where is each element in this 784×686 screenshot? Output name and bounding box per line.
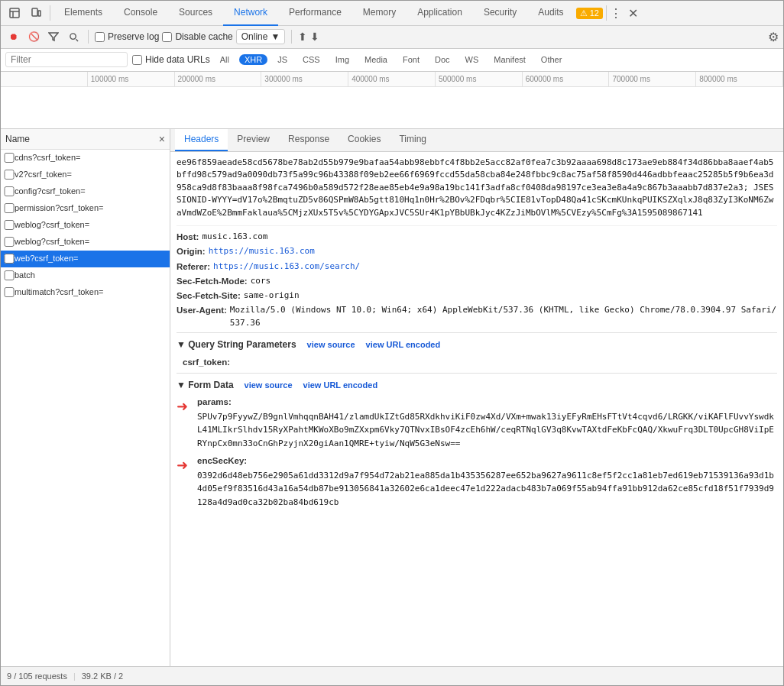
inspect-icon[interactable] [4,2,25,24]
timeline-ruler: 100000 ms 200000 ms 300000 ms 400000 ms … [1,72,783,87]
req-item-2[interactable]: config?csrf_token= [1,183,170,200]
details-panel: Headers Preview Response Cookies Timing … [170,129,783,666]
req-item-3[interactable]: permission?csrf_token= [1,200,170,217]
tab-memory[interactable]: Memory [352,1,407,26]
req-item-7[interactable]: batch [1,267,170,284]
headers-section: ee96f859aeade58cd5678be78ab2d55b979e9baf… [170,152,783,516]
status-bar: 9 / 105 requests | 39.2 KB / 2 [1,666,783,685]
export-har-button[interactable]: ⬇ [310,31,319,43]
requests-panel: Name × cdns?csrf_token= v2?csrf_token= c… [1,129,170,666]
tab-elements[interactable]: Elements [53,1,113,26]
form-data-title: ▼ Form Data [177,378,234,393]
params-row: ➜ params: SPUv7p9FyywZ/B9gnlVmhqqnBAH41/… [177,394,777,453]
tab-audits[interactable]: Audits [527,1,574,26]
tab-sources[interactable]: Sources [168,1,223,26]
req-checkbox-2[interactable] [4,186,15,196]
csrf-token-key: csrf_token: [177,354,777,370]
req-checkbox-8[interactable] [4,287,15,297]
req-item-6[interactable]: web?csrf_token= [1,251,170,267]
svg-line-6 [76,39,78,41]
req-checkbox-5[interactable] [4,237,15,247]
type-other[interactable]: Other [536,54,568,65]
throttle-select[interactable]: Online ▼ [236,29,286,44]
svg-rect-0 [10,8,19,18]
tick-6: 600000 ms [523,72,610,86]
import-har-button[interactable]: ⬆ [298,31,307,43]
transfer-size: 39.2 KB / 2 [82,671,123,681]
tab-preview[interactable]: Preview [228,129,279,152]
clear-button[interactable]: 🚫 [25,28,42,45]
filter-input[interactable] [5,52,128,67]
tab-security[interactable]: Security [473,1,527,26]
tick-3: 300000 ms [261,72,348,86]
tab-headers[interactable]: Headers [175,129,228,152]
more-button[interactable]: ⋮ [610,6,622,21]
type-ws[interactable]: WS [460,54,484,65]
type-img[interactable]: Img [330,54,355,65]
req-checkbox-7[interactable] [4,270,15,280]
req-checkbox-3[interactable] [4,203,15,213]
req-checkbox-6[interactable] [4,254,15,264]
tab-performance[interactable]: Performance [278,1,352,26]
close-devtools-button[interactable]: ✕ [628,6,638,21]
tab-console[interactable]: Console [113,1,168,26]
preserve-log-checkbox[interactable] [95,32,105,42]
req-item-1[interactable]: v2?csrf_token= [1,167,170,183]
type-doc[interactable]: Doc [429,54,455,65]
device-toggle-icon[interactable] [25,2,47,24]
svg-point-5 [70,34,75,39]
referer-row: Referer: https://music.163.com/search/ [177,260,777,273]
params-key: params: [191,394,777,409]
close-panel-button[interactable]: × [159,133,165,145]
tab-response[interactable]: Response [279,129,339,152]
req-checkbox-4[interactable] [4,220,15,230]
user-agent-row: User-Agent: Mozilla/5.0 (Windows NT 10.0… [177,304,777,329]
tick-7: 700000 ms [609,72,696,86]
network-toolbar: ⏺ 🚫 Preserve log Disable cache Online ▼ [1,26,783,49]
tab-application[interactable]: Application [407,1,473,26]
type-media[interactable]: Media [359,54,393,65]
svg-rect-3 [32,8,37,16]
disable-cache-checkbox[interactable] [162,32,172,42]
form-view-url-encoded-link[interactable]: view URL encoded [303,379,378,393]
type-manifest[interactable]: Manifest [488,54,531,65]
filter-icon-button[interactable] [45,28,62,45]
separator-1 [50,5,50,21]
tick-2: 200000 ms [175,72,262,86]
hide-data-urls-label[interactable]: Hide data URLs [132,54,210,65]
disable-cache-label[interactable]: Disable cache [162,31,232,42]
tick-0 [1,72,88,86]
type-font[interactable]: Font [397,54,425,65]
type-css[interactable]: CSS [297,54,326,65]
warning-badge: ⚠ 12 [576,8,603,19]
query-view-url-encoded-link[interactable]: view URL encoded [366,338,441,352]
tab-timing[interactable]: Timing [390,129,436,152]
req-checkbox-1[interactable] [4,170,15,180]
type-all[interactable]: All [215,54,235,65]
hide-data-urls-checkbox[interactable] [132,55,142,65]
filter-bar: Hide data URLs All XHR JS CSS Img Media … [1,49,783,72]
sec-fetch-mode-row: Sec-Fetch-Mode: cors [177,275,777,288]
type-xhr[interactable]: XHR [239,54,267,65]
record-button[interactable]: ⏺ [5,28,22,45]
tick-8: 800000 ms [696,72,783,86]
host-row: Host: music.163.com [177,231,777,244]
tab-cookies[interactable]: Cookies [339,129,390,152]
query-view-source-link[interactable]: view source [307,338,355,352]
details-tabs: Headers Preview Response Cookies Timing [170,129,783,152]
settings-button[interactable]: ⚙ [768,30,779,44]
params-value: SPUv7p9FyywZ/B9gnlVmhqqnBAH41/zlamdUkIZt… [191,410,777,454]
req-item-4[interactable]: weblog?csrf_token= [1,217,170,234]
type-js[interactable]: JS [272,54,293,65]
form-view-source-link[interactable]: view source [245,379,293,393]
tab-network[interactable]: Network [223,1,278,26]
details-content: ee96f859aeade58cd5678be78ab2d55b979e9baf… [170,152,783,666]
req-checkbox-0[interactable] [4,153,15,163]
enc-sec-key-arrow: ➜ [177,455,188,477]
req-item-0[interactable]: cdns?csrf_token= [1,150,170,167]
req-item-5[interactable]: weblog?csrf_token= [1,234,170,251]
search-button[interactable] [65,28,82,45]
req-item-8[interactable]: multimatch?csrf_token= [1,284,170,301]
tab-bar: Elements Console Sources Network Perform… [1,1,783,26]
preserve-log-label[interactable]: Preserve log [95,31,159,42]
